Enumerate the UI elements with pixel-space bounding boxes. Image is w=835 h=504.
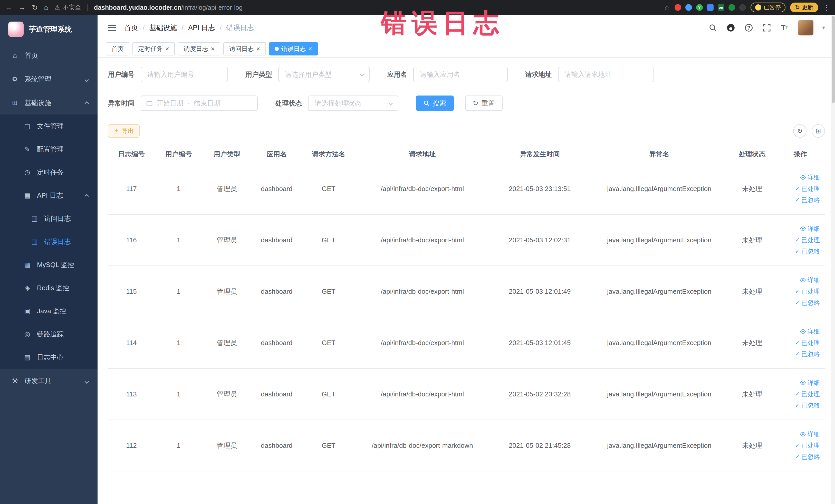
sidebar-item-1[interactable]: ⚙系统管理: [0, 67, 98, 91]
app-name-input[interactable]: [413, 67, 508, 82]
mark-ignored-link[interactable]: ✓ 已忽略: [795, 196, 820, 204]
browser-chrome: ← → ↻ ⌂ ⚠ 不安全 dashboard.yudao.iocoder.cn…: [0, 0, 835, 15]
tab-4[interactable]: 错误日志×: [269, 42, 318, 56]
table-tools: ↻ ⊞: [793, 124, 825, 138]
breadcrumb-item[interactable]: 首页: [124, 23, 138, 32]
close-icon[interactable]: ×: [211, 45, 215, 52]
mark-ignored-link[interactable]: ✓ 已忽略: [795, 350, 820, 358]
detail-link[interactable]: 详细: [800, 276, 820, 284]
tab-3[interactable]: 访问日志×: [223, 42, 266, 56]
sidebar-item-6[interactable]: ▤API 日志: [0, 184, 98, 207]
mark-processed-link[interactable]: ✓ 已处理: [795, 236, 820, 244]
access-log-icon: ▥: [30, 215, 39, 223]
breadcrumb-item[interactable]: 基础设施: [149, 23, 177, 32]
extension-grid-icon[interactable]: [707, 4, 714, 11]
mysql-icon: ▦: [23, 261, 32, 269]
extension-on-badge-icon[interactable]: on: [718, 4, 725, 11]
reset-button[interactable]: ↻ 重置: [465, 96, 503, 111]
cell-exception-name: java.lang.IllegalArgumentException: [590, 442, 729, 449]
update-button[interactable]: ↻ 更新: [790, 3, 818, 12]
extension-sprout-icon[interactable]: [729, 4, 735, 11]
mark-processed-link[interactable]: ✓ 已处理: [795, 185, 820, 193]
chevron-down-icon: [360, 73, 364, 77]
process-status-select[interactable]: 请选择处理状态: [308, 96, 399, 111]
request-url-input[interactable]: [558, 67, 653, 82]
sidebar-item-3[interactable]: ▢文件管理: [0, 115, 98, 138]
tools-icon: ⚒: [10, 377, 20, 385]
close-icon[interactable]: ×: [256, 45, 260, 52]
close-icon[interactable]: ×: [308, 45, 312, 52]
home-icon: ⌂: [10, 52, 20, 60]
sidebar-item-9[interactable]: ▦MySQL 监控: [0, 253, 98, 276]
fullscreen-icon[interactable]: [762, 23, 771, 32]
calendar-icon: [146, 100, 152, 106]
cell-app-name: dashboard: [251, 287, 302, 296]
scrollbar-thumb[interactable]: [832, 16, 835, 103]
extension-paw-icon[interactable]: [739, 4, 746, 11]
browser-menu-icon[interactable]: ⋮: [823, 3, 830, 12]
user-id-input[interactable]: [141, 67, 228, 82]
mark-processed-link[interactable]: ✓ 已处理: [795, 390, 820, 398]
chevron-down-icon[interactable]: ▾: [822, 24, 825, 31]
user-type-select[interactable]: 请选择用户类型: [278, 67, 370, 82]
home-icon[interactable]: ⌂: [44, 3, 48, 12]
extension-green-circle-icon[interactable]: Y: [696, 4, 703, 11]
extension-blue-drop-icon[interactable]: [685, 4, 692, 11]
sidebar-item-12[interactable]: ◎链路追踪: [0, 322, 98, 346]
cell-log-id: 114: [108, 339, 155, 347]
address-bar[interactable]: dashboard.yudao.iocoder.cn/infra/log/api…: [94, 4, 243, 11]
mark-ignored-link[interactable]: ✓ 已忽略: [795, 401, 820, 409]
sidebar-item-13[interactable]: ▤日志中心: [0, 346, 98, 369]
bookmark-star-icon[interactable]: ☆: [664, 4, 670, 12]
forward-icon[interactable]: →: [19, 3, 26, 12]
date-range-picker[interactable]: 开始日期 - 结束日期: [141, 96, 258, 111]
mark-ignored-link[interactable]: ✓ 已忽略: [795, 299, 820, 307]
sidebar-item-4[interactable]: ✎配置管理: [0, 138, 98, 161]
detail-link[interactable]: 详细: [800, 225, 820, 233]
mark-processed-link[interactable]: ✓ 已处理: [795, 287, 820, 296]
help-icon[interactable]: ?: [744, 23, 753, 32]
paused-badge[interactable]: 已暂停: [751, 3, 786, 12]
mark-ignored-link[interactable]: ✓ 已忽略: [795, 452, 820, 461]
eye-icon: [800, 175, 806, 180]
close-icon[interactable]: ×: [165, 45, 169, 52]
table-row: 116 1 管理员 dashboard GET /api/infra/db-do…: [108, 215, 825, 266]
app-header: 首页/基础设施/API 日志/错误日志 ? TT ▾: [98, 15, 835, 41]
mark-ignored-link[interactable]: ✓ 已忽略: [795, 247, 820, 256]
cell-user-type: 管理员: [202, 236, 251, 245]
detail-link[interactable]: 详细: [800, 430, 820, 438]
breadcrumb-item[interactable]: API 日志: [188, 23, 215, 32]
mark-processed-link[interactable]: ✓ 已处理: [795, 339, 820, 347]
sidebar-item-7[interactable]: ▥访问日志: [0, 207, 98, 230]
tab-1[interactable]: 定时任务×: [133, 42, 175, 56]
security-chip[interactable]: ⚠ 不安全: [55, 3, 81, 12]
extension-red-icon[interactable]: [675, 4, 681, 11]
search-icon[interactable]: [708, 23, 717, 32]
back-icon[interactable]: ←: [5, 3, 12, 12]
github-icon[interactable]: [726, 23, 735, 32]
sidebar-item-5[interactable]: ◷定时任务: [0, 161, 98, 184]
user-avatar[interactable]: [798, 20, 813, 36]
brand-logo: [8, 22, 24, 37]
scrollbar[interactable]: [831, 15, 835, 504]
detail-link[interactable]: 详细: [800, 379, 820, 387]
detail-link[interactable]: 详细: [800, 173, 820, 182]
sidebar-item-14[interactable]: ⚒研发工具: [0, 369, 98, 392]
export-button[interactable]: 导出: [108, 124, 140, 138]
sidebar-item-8[interactable]: ▥错误日志: [0, 230, 98, 253]
tab-0[interactable]: 首页: [106, 42, 129, 56]
sidebar-item-2[interactable]: ⊞基础设施: [0, 91, 98, 115]
sidebar-item-11[interactable]: ▣Java 监控: [0, 299, 98, 322]
sidebar-item-0[interactable]: ⌂首页: [0, 44, 98, 67]
font-size-icon[interactable]: TT: [780, 23, 789, 32]
collapse-sidebar-icon[interactable]: [108, 25, 116, 31]
column-settings-button[interactable]: ⊞: [812, 124, 825, 138]
tab-2[interactable]: 调度日志×: [178, 42, 220, 56]
search-button[interactable]: 搜索: [416, 96, 454, 111]
detail-link[interactable]: 详细: [800, 327, 820, 336]
cell-log-id: 115: [108, 287, 155, 296]
refresh-button[interactable]: ↻: [793, 124, 807, 138]
sidebar-item-10[interactable]: ◈Redis 监控: [0, 276, 98, 299]
reload-icon[interactable]: ↻: [32, 3, 38, 12]
mark-processed-link[interactable]: ✓ 已处理: [795, 441, 820, 449]
